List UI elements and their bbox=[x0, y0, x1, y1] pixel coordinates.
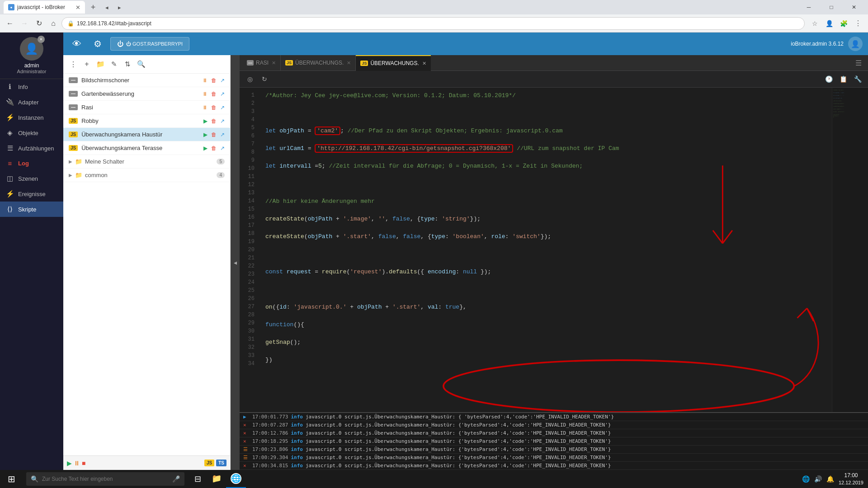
file-name: Überwachungskamera Haustür bbox=[81, 131, 162, 138]
sidebar-role: Administrator bbox=[17, 69, 47, 74]
delete-icon[interactable]: 🗑 bbox=[211, 118, 217, 124]
window-maximize-button[interactable]: □ bbox=[821, 0, 842, 14]
editor-refresh-icon[interactable]: ↻ bbox=[259, 73, 270, 85]
list-item[interactable]: JS Robby ▶ 🗑 ↗ bbox=[63, 114, 230, 128]
sidebar-header: 👤 ✕ admin Administrator bbox=[0, 33, 63, 79]
tab-ueberwachung-1[interactable]: JS ÜBERWACHUNGS. ✕ bbox=[281, 55, 356, 71]
host-button[interactable]: ⏻ ⏻ GOST.RASPBERRYPI bbox=[110, 37, 189, 51]
editor-location-icon[interactable]: ◎ bbox=[244, 73, 256, 85]
delete-icon[interactable]: 🗑 bbox=[211, 91, 217, 97]
toolbar-search-button[interactable]: 🔍 bbox=[135, 58, 147, 70]
toolbar-menu-button[interactable]: ⋮ bbox=[67, 58, 80, 70]
play-icon[interactable]: ▶ bbox=[203, 118, 208, 124]
toolbar-add-button[interactable]: + bbox=[80, 58, 93, 70]
log-level: info bbox=[291, 414, 303, 420]
browser-tab[interactable]: ● javascript - ioBroker ✕ bbox=[4, 1, 85, 14]
tab-menu-icon[interactable]: ☰ bbox=[852, 59, 865, 67]
sidebar-item-skripte[interactable]: ⟨⟩ Skripte bbox=[0, 202, 63, 217]
settings-icon-button[interactable]: ⚙ bbox=[90, 36, 106, 52]
toolbar-edit-button[interactable]: ✎ bbox=[108, 58, 120, 70]
log-pause-button[interactable]: ⏸ bbox=[74, 460, 80, 467]
delete-icon[interactable]: 🗑 bbox=[211, 145, 217, 151]
list-item-active[interactable]: JS Überwachungskamera Haustür ▶ 🗑 ↗ bbox=[63, 128, 230, 141]
taskbar-item-edge[interactable]: 🌐 bbox=[226, 470, 246, 488]
search-bar[interactable]: 🔍 🎤 bbox=[26, 472, 184, 486]
nav-home-button[interactable]: ⌂ bbox=[47, 17, 60, 30]
search-input[interactable] bbox=[42, 476, 169, 482]
start-button[interactable]: ⊞ bbox=[0, 470, 23, 488]
toolbar-folder-button[interactable]: 📁 bbox=[94, 58, 107, 70]
list-item[interactable]: — Bildschirmschoner ⏸ 🗑 ↗ bbox=[63, 74, 230, 87]
code-editor[interactable]: 1 2 3 4 5 6 7 8 9 10 11 12 13 bbox=[240, 88, 868, 412]
list-item[interactable]: — Gartenbewässerung ⏸ 🗑 ↗ bbox=[63, 87, 230, 101]
export-icon[interactable]: ↗ bbox=[220, 77, 225, 84]
code-content[interactable]: /*Author: Jey Cee jey-cee@live.com; Vers… bbox=[260, 88, 832, 412]
play-icon[interactable]: ▶ bbox=[203, 131, 208, 138]
list-item[interactable]: JS Überwachungskamera Terasse ▶ 🗑 ↗ bbox=[63, 141, 230, 155]
export-icon[interactable]: ↗ bbox=[220, 118, 225, 124]
pause-icon[interactable]: ⏸ bbox=[202, 77, 208, 84]
pause-icon[interactable]: ⏸ bbox=[202, 91, 208, 97]
export-icon[interactable]: ↗ bbox=[220, 91, 225, 97]
editor-list-icon[interactable]: 📋 bbox=[837, 73, 849, 85]
user-icon[interactable]: 👤 bbox=[848, 37, 863, 51]
file-badge-js: JS bbox=[69, 131, 78, 137]
sidebar-item-info[interactable]: ℹ Info bbox=[0, 79, 63, 94]
nav-back-button[interactable]: ← bbox=[4, 17, 16, 30]
browser-extensions-icon[interactable]: 🧩 bbox=[837, 17, 850, 30]
tab-close-icon[interactable]: ✕ bbox=[75, 4, 80, 11]
address-bar[interactable]: 🔒 192.168.178.42/#tab-javascript bbox=[61, 17, 805, 30]
log-stop-button[interactable]: ■ bbox=[82, 460, 85, 467]
collapse-panel-button[interactable]: ◂ bbox=[231, 55, 240, 470]
sidebar-item-instanzen[interactable]: ⚡ Instanzen bbox=[0, 110, 63, 125]
sidebar-item-label: Log bbox=[18, 160, 29, 167]
editor-clock-icon[interactable]: 🕐 bbox=[823, 73, 835, 85]
editor-settings-icon[interactable]: 🔧 bbox=[852, 73, 863, 85]
dash-badge-small: — bbox=[247, 60, 254, 66]
new-tab-button[interactable]: + bbox=[87, 1, 99, 14]
window-minimize-button[interactable]: ─ bbox=[798, 0, 819, 14]
delete-icon[interactable]: 🗑 bbox=[211, 131, 217, 138]
file-panel: ⋮ + 📁 ✎ ⇅ 🔍 — Bildschirmschoner ⏸ 🗑 bbox=[63, 55, 231, 470]
sidebar-item-szenen[interactable]: ◫ Szenen bbox=[0, 171, 63, 186]
taskbar-task-view[interactable]: ⊟ bbox=[188, 470, 207, 488]
sidebar-item-adapter[interactable]: 🔌 Adapter bbox=[0, 94, 63, 110]
sidebar-item-ereignisse[interactable]: ⚡ Ereignisse bbox=[0, 186, 63, 202]
sidebar-item-log[interactable]: ≡ Log bbox=[0, 156, 63, 171]
avatar-close-icon[interactable]: ✕ bbox=[38, 36, 45, 43]
folder-item[interactable]: ▶ 📁 common 4 bbox=[63, 169, 230, 182]
browser-menu-icon[interactable]: ⋮ bbox=[852, 17, 864, 30]
tab-close-icon[interactable]: ✕ bbox=[272, 60, 276, 66]
folder-name: Meine Schalter bbox=[85, 158, 124, 165]
play-icon[interactable]: ▶ bbox=[203, 145, 208, 151]
export-icon[interactable]: ↗ bbox=[220, 104, 225, 111]
log-play-button[interactable]: ▶ bbox=[67, 460, 72, 467]
nav-forward-button[interactable]: → bbox=[18, 17, 31, 30]
edge-icon: 🌐 bbox=[231, 473, 241, 484]
tab-ueberwachung-2[interactable]: JS ÜBERWACHUNGS. ✕ bbox=[356, 55, 430, 71]
tab-nav-prev[interactable]: ◂ bbox=[101, 2, 112, 13]
window-close-button[interactable]: ✕ bbox=[844, 0, 864, 14]
host-label: ⏻ GOST.RASPBERRYPI bbox=[126, 41, 183, 47]
nav-refresh-button[interactable]: ↻ bbox=[33, 17, 45, 30]
export-icon[interactable]: ↗ bbox=[220, 145, 225, 151]
delete-icon[interactable]: 🗑 bbox=[211, 104, 217, 111]
folder-item[interactable]: ▶ 📁 Meine Schalter 5 bbox=[63, 155, 230, 169]
taskbar-item-explorer[interactable]: 📁 bbox=[207, 470, 226, 488]
folder-icon: 📁 bbox=[75, 172, 82, 178]
tab-nav-next[interactable]: ▸ bbox=[114, 2, 125, 13]
sidebar-item-objekte[interactable]: ◈ Objekte bbox=[0, 125, 63, 141]
pause-icon[interactable]: ⏸ bbox=[202, 104, 208, 111]
list-item[interactable]: — Rasi ⏸ 🗑 ↗ bbox=[63, 101, 230, 114]
delete-icon[interactable]: 🗑 bbox=[211, 77, 217, 84]
tab-close-icon[interactable]: ✕ bbox=[422, 61, 426, 66]
sidebar-item-aufzaehlungen[interactable]: ☰ Aufzählungen bbox=[0, 141, 63, 156]
folder-count: 5 bbox=[217, 159, 225, 164]
toolbar-sort-button[interactable]: ⇅ bbox=[121, 58, 134, 70]
tab-close-icon[interactable]: ✕ bbox=[347, 60, 351, 66]
browser-profile-icon[interactable]: 👤 bbox=[823, 17, 835, 30]
browser-bookmark-icon[interactable]: ☆ bbox=[808, 17, 821, 30]
export-icon[interactable]: ↗ bbox=[220, 131, 225, 138]
tab-rasi[interactable]: — RASI ✕ bbox=[242, 55, 281, 71]
eye-icon-button[interactable]: 👁 bbox=[69, 36, 85, 52]
